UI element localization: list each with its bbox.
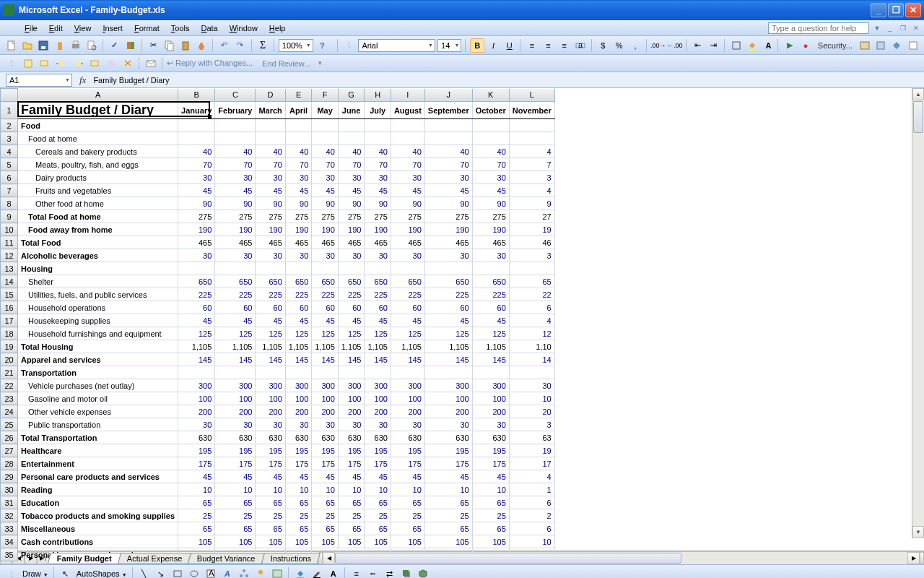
cell-value[interactable]: 175 xyxy=(424,457,472,470)
underline-button[interactable]: U xyxy=(502,38,516,53)
toolbar-handle-icon[interactable]: ⋮ xyxy=(4,56,19,71)
cell-value[interactable]: 225 xyxy=(424,288,472,301)
cell-label[interactable]: Other vehicle expenses xyxy=(18,405,178,418)
cell-value[interactable]: 10 xyxy=(391,483,424,496)
row-header-10[interactable]: 10 xyxy=(1,223,18,236)
cell-value[interactable]: 30 xyxy=(424,171,472,184)
cell-value[interactable]: 45 xyxy=(312,184,339,197)
row-header-32[interactable]: 32 xyxy=(1,509,18,522)
cell-value[interactable]: 275 xyxy=(312,210,339,223)
sheet-tab-actual-expense[interactable]: Actual Expense xyxy=(118,553,191,564)
row-header-24[interactable]: 24 xyxy=(1,405,18,418)
comma-button[interactable]: , xyxy=(628,38,642,53)
row-header-29[interactable]: 29 xyxy=(1,470,18,483)
cell-empty[interactable] xyxy=(365,262,391,275)
horizontal-scrollbar[interactable]: ◀ ▶ xyxy=(323,552,920,564)
cell-value[interactable]: 45 xyxy=(338,470,365,483)
cell-value[interactable]: 465 xyxy=(215,236,256,249)
cell-value[interactable]: 100 xyxy=(256,392,285,405)
cell-value[interactable]: 45 xyxy=(338,184,365,197)
cell-value[interactable]: 200 xyxy=(178,405,215,418)
cell-value[interactable]: 14 xyxy=(509,353,554,366)
cell-value[interactable]: 10 xyxy=(285,483,312,496)
cell-value[interactable]: 630 xyxy=(338,431,365,444)
cell-value[interactable]: 1,105 xyxy=(472,340,509,353)
increase-indent-button[interactable]: ⇥ xyxy=(707,38,720,53)
cell-value[interactable]: 65 xyxy=(285,496,312,509)
merge-center-button[interactable]: a xyxy=(573,38,587,53)
cell-label[interactable]: Total Transportation xyxy=(18,431,178,444)
play-macro-icon[interactable]: ▶ xyxy=(783,38,796,53)
cell-value[interactable]: 650 xyxy=(365,275,391,288)
cell-value[interactable]: 650 xyxy=(424,275,472,288)
cell-value[interactable]: 45 xyxy=(365,184,391,197)
cell-value[interactable]: 30 xyxy=(338,171,365,184)
row-header-16[interactable]: 16 xyxy=(1,301,18,314)
row-header-6[interactable]: 6 xyxy=(1,171,18,184)
cell-value[interactable]: 275 xyxy=(285,210,312,223)
cell-value[interactable]: 1,10 xyxy=(509,340,554,353)
cell-value[interactable]: 65 xyxy=(424,496,472,509)
cell-value[interactable]: 45 xyxy=(215,314,256,327)
line-style-button[interactable]: ≡ xyxy=(349,566,364,578)
cell-value[interactable]: 65 xyxy=(472,522,509,535)
cell-value[interactable]: 190 xyxy=(424,223,472,236)
cell-value[interactable]: 200 xyxy=(256,405,285,418)
cell-value[interactable]: 145 xyxy=(178,353,215,366)
cell-value[interactable]: 45 xyxy=(424,184,472,197)
cell-empty[interactable] xyxy=(424,119,472,132)
cell-empty[interactable] xyxy=(509,119,554,132)
cell-value[interactable]: 30 xyxy=(178,249,215,262)
row-header-17[interactable]: 17 xyxy=(1,314,18,327)
wordart-button[interactable]: A xyxy=(220,566,235,578)
cell-label[interactable]: Fruits and vegetables xyxy=(18,184,178,197)
menu-view[interactable]: View xyxy=(69,22,97,34)
cell-value[interactable]: 630 xyxy=(215,431,256,444)
cell-value[interactable]: 465 xyxy=(391,236,424,249)
cell-value[interactable]: 105 xyxy=(215,535,256,548)
vertical-scrollbar[interactable]: ▲ ▼ xyxy=(912,88,924,538)
cell-value[interactable]: 300 xyxy=(338,379,365,392)
cell-value[interactable]: 125 xyxy=(472,327,509,340)
cell-value[interactable]: 70 xyxy=(472,158,509,171)
end-review-button[interactable]: End Review... xyxy=(262,59,310,68)
next-comment-button[interactable] xyxy=(71,56,85,71)
cell-value[interactable]: 30 xyxy=(472,249,509,262)
cell-value[interactable]: 90 xyxy=(365,197,391,210)
cell-value[interactable]: 300 xyxy=(472,379,509,392)
cell-value[interactable]: 125 xyxy=(256,327,285,340)
cell-value[interactable]: 10 xyxy=(424,483,472,496)
cell-value[interactable]: 30 xyxy=(256,249,285,262)
row-header-13[interactable]: 13 xyxy=(1,262,18,275)
row-header-9[interactable]: 9 xyxy=(1,210,18,223)
cell-value[interactable]: 40 xyxy=(285,145,312,158)
decrease-decimal-button[interactable]: ←.00 xyxy=(668,38,682,53)
cell-value[interactable]: 22 xyxy=(509,288,554,301)
cell-label[interactable]: Public transportation xyxy=(18,418,178,431)
cell-label[interactable]: Housing xyxy=(18,262,178,275)
align-right-button[interactable]: ≡ xyxy=(557,38,571,53)
cell-value[interactable]: 27 xyxy=(509,210,554,223)
print-preview-button[interactable] xyxy=(85,38,99,53)
cell-value[interactable]: 63 xyxy=(509,431,554,444)
scroll-right-icon[interactable]: ▶ xyxy=(907,552,920,564)
cell-value[interactable]: 175 xyxy=(472,457,509,470)
cell-value[interactable]: 195 xyxy=(365,444,391,457)
cell-value[interactable]: 105 xyxy=(472,535,509,548)
cell-value[interactable]: 45 xyxy=(285,470,312,483)
send-mail-button[interactable] xyxy=(144,56,158,71)
cell-value[interactable]: 630 xyxy=(391,431,424,444)
cell-value[interactable]: 195 xyxy=(215,444,256,457)
cell-value[interactable]: 30 xyxy=(285,171,312,184)
cell-value[interactable]: 225 xyxy=(215,288,256,301)
cell-value[interactable]: 60 xyxy=(178,301,215,314)
cell-value[interactable]: 25 xyxy=(424,509,472,522)
cell-value[interactable]: 650 xyxy=(338,275,365,288)
cell-value[interactable]: 100 xyxy=(391,392,424,405)
cell-value[interactable]: 30 xyxy=(312,171,339,184)
research-button[interactable] xyxy=(123,38,137,53)
cell-value[interactable]: 90 xyxy=(424,197,472,210)
cell-value[interactable]: 465 xyxy=(178,236,215,249)
cell-label[interactable]: Housekeeping supplies xyxy=(18,314,178,327)
cell-empty[interactable] xyxy=(472,366,509,379)
